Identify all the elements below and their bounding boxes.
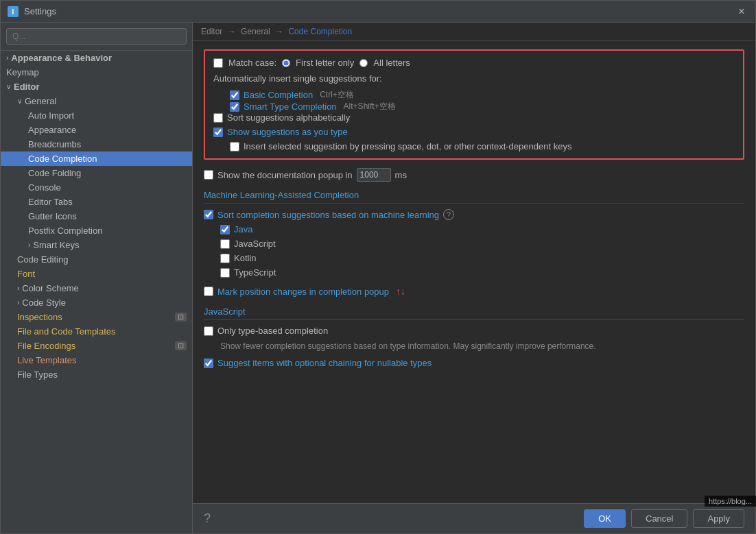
match-case-label: Match case:	[228, 58, 276, 68]
insert-selected-label: Insert selected suggestion by pressing s…	[244, 141, 571, 151]
help-button[interactable]: ?	[204, 511, 211, 526]
all-letters-radio[interactable]	[359, 59, 368, 67]
sidebar-item-live-templates[interactable]: Live Templates	[1, 353, 192, 367]
basic-completion-shortcut: Ctrl+空格	[320, 89, 354, 101]
sidebar-item-code-folding[interactable]: Code Folding	[1, 166, 192, 180]
first-letter-radio[interactable]	[282, 59, 290, 67]
smart-type-item: Smart Type Completion Alt+Shift+空格	[230, 101, 735, 112]
js-type-based-desc: Show fewer completion suggestions based …	[220, 340, 744, 352]
ml-kotlin-label: Kotlin	[234, 253, 257, 263]
ml-java-checkbox[interactable]	[220, 225, 230, 234]
ml-java-item: Java	[220, 224, 744, 234]
chevron-down-icon: ∨	[6, 83, 11, 90]
cancel-button[interactable]: Cancel	[631, 509, 687, 528]
sidebar-item-code-editing[interactable]: Code Editing	[1, 252, 192, 267]
mark-position-label: Mark position changes in completion popu…	[217, 287, 389, 297]
js-section-title: JavaScript	[204, 306, 744, 320]
smart-type-checkbox[interactable]	[230, 102, 239, 112]
main-panel: Editor → General → Code Completion Match…	[193, 23, 755, 533]
ml-typescript-checkbox[interactable]	[220, 268, 230, 278]
sidebar-item-color-scheme[interactable]: › Color Scheme	[1, 281, 192, 295]
sidebar-item-font[interactable]: Font	[1, 267, 192, 281]
breadcrumb-current: Code Completion	[288, 27, 352, 36]
auto-insert-row: Automatically insert single suggestions …	[213, 73, 735, 84]
doc-popup-value-input[interactable]	[357, 168, 391, 182]
sidebar-item-keymap[interactable]: Keymap	[1, 65, 192, 80]
all-letters-label: All letters	[373, 58, 410, 68]
ml-languages: Java JavaScript Kotlin TypeScript	[220, 224, 744, 278]
basic-completion-item: Basic Completion Ctrl+空格	[230, 89, 735, 101]
js-suggest-label: Suggest items with optional chaining for…	[217, 358, 432, 368]
match-case-checkbox[interactable]	[213, 58, 223, 68]
ml-kotlin-checkbox[interactable]	[220, 254, 230, 263]
breadcrumb-general: General	[241, 27, 270, 36]
sidebar-item-code-completion[interactable]: Code Completion	[1, 151, 192, 166]
js-suggest-checkbox[interactable]	[204, 359, 213, 368]
sidebar-item-breadcrumbs[interactable]: Breadcrumbs	[1, 137, 192, 151]
sidebar-item-file-code-templates[interactable]: File and Code Templates	[1, 324, 192, 339]
ml-typescript-label: TypeScript	[234, 267, 276, 278]
js-section: JavaScript Only type-based completion Sh…	[204, 306, 744, 368]
ml-java-label: Java	[234, 224, 252, 234]
breadcrumb-editor: Editor	[201, 27, 222, 36]
help-icon[interactable]: ?	[443, 209, 454, 220]
show-as-you-type-item: Show suggestions as you type	[213, 127, 735, 137]
chevron-down-icon-general: ∨	[17, 97, 22, 105]
sidebar-item-inspections[interactable]: Inspections ⊡	[1, 310, 192, 324]
footer-buttons: OK Cancel Apply	[584, 509, 744, 528]
settings-window: I Settings × › Appearance & Behavior Key…	[0, 0, 756, 534]
apply-button[interactable]: Apply	[693, 509, 744, 528]
sidebar-item-console[interactable]: Console	[1, 180, 192, 195]
show-as-you-type-label: Show suggestions as you type	[227, 127, 348, 137]
ok-button[interactable]: OK	[584, 509, 626, 528]
mark-position-checkbox[interactable]	[204, 287, 213, 296]
ml-typescript-item: TypeScript	[220, 267, 744, 278]
ml-sort-label: Sort completion suggestions based on mac…	[217, 210, 439, 220]
insert-selected-checkbox[interactable]	[230, 142, 239, 151]
sidebar-item-file-types[interactable]: File Types	[1, 367, 192, 382]
chevron-right-icon-smart: ›	[28, 241, 30, 249]
ml-section: Machine Learning-Assisted Completion Sor…	[204, 190, 744, 278]
sidebar-item-appearance-behavior[interactable]: › Appearance & Behavior	[1, 51, 192, 65]
sort-alpha-item: Sort suggestions alphabetically	[213, 112, 735, 123]
sidebar-item-code-style[interactable]: › Code Style	[1, 295, 192, 310]
sidebar-item-smart-keys[interactable]: › Smart Keys	[1, 238, 192, 252]
sidebar-item-appearance[interactable]: Appearance	[1, 123, 192, 137]
radio-group: First letter only All letters	[282, 58, 410, 68]
inspections-badge: ⊡	[175, 313, 187, 321]
sidebar-item-gutter-icons[interactable]: Gutter Icons	[1, 209, 192, 223]
sidebar-item-postfix-completion[interactable]: Postfix Completion	[1, 223, 192, 238]
sidebar-item-auto-import[interactable]: Auto Import	[1, 108, 192, 123]
js-type-based-checkbox[interactable]	[204, 326, 213, 336]
chevron-right-icon-style: ›	[17, 299, 19, 306]
bc-sep-1: →	[228, 27, 238, 36]
ml-sort-checkbox[interactable]	[204, 210, 213, 219]
footer: ? OK Cancel Apply	[193, 503, 755, 533]
doc-popup-checkbox[interactable]	[204, 170, 213, 180]
show-as-you-type-checkbox[interactable]	[213, 128, 223, 137]
sidebar-item-general[interactable]: ∨ General	[1, 94, 192, 108]
search-input[interactable]	[6, 28, 187, 45]
sidebar-item-editor-tabs[interactable]: Editor Tabs	[1, 195, 192, 209]
ml-javascript-checkbox[interactable]	[220, 239, 230, 249]
encodings-badge: ⊡	[175, 341, 187, 350]
first-letter-label: First letter only	[296, 58, 354, 68]
sidebar-item-file-encodings[interactable]: File Encodings ⊡	[1, 339, 192, 353]
basic-completion-checkbox[interactable]	[230, 90, 239, 100]
sort-alpha-label: Sort suggestions alphabetically	[227, 112, 350, 123]
bc-sep-2: →	[275, 27, 285, 36]
sidebar-item-editor[interactable]: ∨ Editor	[1, 80, 192, 94]
js-type-based-label: Only type-based completion	[217, 326, 328, 336]
ml-section-title: Machine Learning-Assisted Completion	[204, 190, 744, 204]
close-button[interactable]: ×	[735, 5, 748, 19]
basic-completion-row: Basic Completion Ctrl+空格	[230, 89, 735, 101]
smart-type-label: Smart Type Completion	[244, 101, 337, 112]
search-box	[1, 23, 192, 51]
svg-text:I: I	[12, 8, 14, 16]
breadcrumb: Editor → General → Code Completion	[193, 23, 755, 41]
doc-popup-label: Show the documentation popup in	[217, 170, 353, 180]
sort-alpha-checkbox[interactable]	[213, 113, 223, 123]
doc-popup-row: Show the documentation popup in ms	[204, 168, 744, 182]
insert-selected-item: Insert selected suggestion by pressing s…	[230, 141, 735, 151]
smart-type-shortcut: Alt+Shift+空格	[344, 101, 396, 112]
